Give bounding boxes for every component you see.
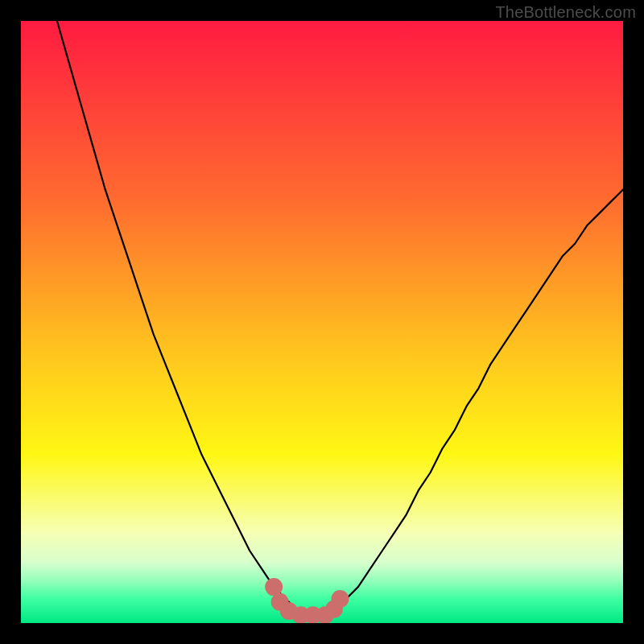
curve-layer [21,21,623,623]
marker-point [265,578,283,596]
watermark-text: TheBottleneck.com [495,3,636,22]
marker-group [265,578,349,623]
plot-area [21,21,623,623]
chart-frame: TheBottleneck.com [0,0,644,644]
marker-point [331,590,349,608]
bottleneck-curve [57,21,623,617]
